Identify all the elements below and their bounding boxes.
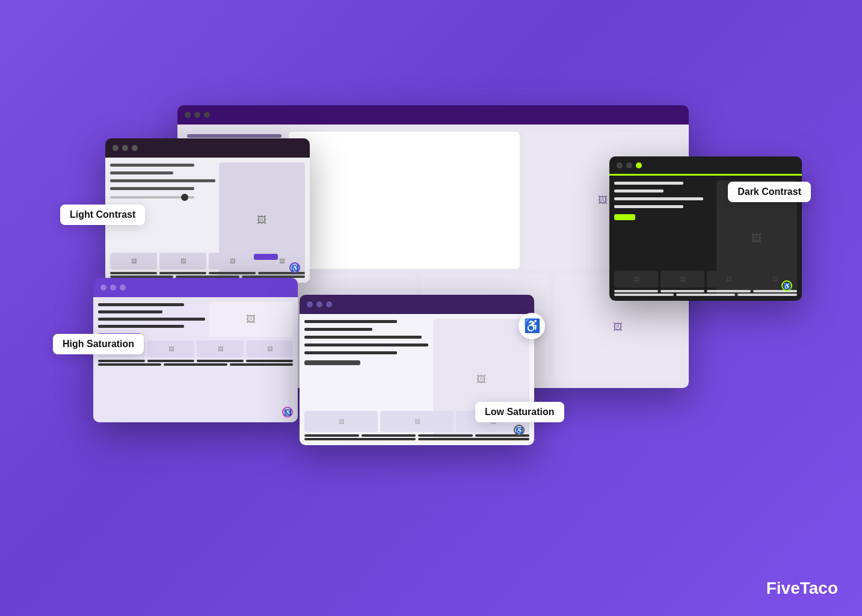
dark-progress-bar [304, 360, 360, 365]
text-line [304, 351, 397, 354]
logo-part2: Taco [800, 579, 838, 597]
low-sat-body: 🖼 🖼 🖼 🖼 [300, 314, 534, 445]
ls-text-rows [304, 434, 529, 440]
green-button[interactable] [614, 214, 635, 220]
line [209, 272, 256, 274]
text-line [110, 187, 194, 190]
line [707, 290, 751, 292]
label-text: High Saturation [63, 339, 134, 349]
text-row [110, 272, 305, 274]
label-text: Dark Contrast [737, 186, 801, 197]
hs-left-col [98, 302, 205, 337]
dark-titlebar [609, 156, 802, 176]
thumb-2: 🖼 [159, 253, 206, 270]
dot-1 [112, 145, 119, 151]
dark-thumbnails: 🖼 🖼 🖼 🖼 [614, 271, 797, 288]
text-line [110, 164, 194, 167]
floating-accessibility-icon[interactable]: ♿ [519, 313, 545, 339]
thumb-3: 🖼 [707, 271, 751, 288]
text-line [110, 171, 173, 174]
browser-low-saturation: 🖼 🖼 🖼 🖼 [300, 295, 534, 445]
line [304, 434, 359, 437]
line [98, 360, 145, 362]
text-line [110, 179, 215, 182]
thumb-2: 🖼 [660, 271, 704, 288]
dark-text-rows [614, 290, 797, 296]
light-titlebar [105, 138, 310, 158]
accessibility-icon[interactable]: ♿ [781, 280, 792, 291]
image-placeholder-icon: 🖼 [246, 314, 256, 325]
line [660, 290, 704, 292]
line [753, 290, 797, 292]
line [197, 360, 244, 362]
text-line [614, 197, 703, 200]
line [164, 363, 227, 366]
dot-1 [185, 112, 191, 118]
thumb-3: 🖼 [209, 253, 256, 270]
logo-part1: Five [766, 579, 800, 597]
text-line [614, 205, 683, 208]
line [362, 434, 416, 437]
text-row [614, 290, 797, 292]
dot-3 [120, 285, 126, 291]
grid-item-2: 🖼 [380, 411, 454, 432]
grid-item-1: 🖼 [304, 411, 378, 432]
hs-text-rows [98, 360, 293, 366]
dot-3 [132, 145, 138, 151]
accessibility-icon[interactable]: ♿ [289, 262, 300, 273]
accessibility-icon[interactable]: ♿ [282, 407, 293, 417]
dot-3 [636, 162, 642, 168]
dot-2 [316, 301, 322, 307]
dot-1 [307, 301, 313, 307]
thumb-1: 🖼 [614, 271, 658, 288]
label-text: Light Contrast [70, 209, 135, 220]
light-bottom: 🖼 🖼 🖼 🖼 [110, 253, 305, 278]
text-line [304, 343, 428, 346]
line [246, 360, 293, 362]
text-line [304, 328, 372, 331]
text-row [98, 363, 293, 366]
accessibility-icon[interactable]: ♿ [514, 425, 525, 436]
fivetaco-logo: FiveTaco [766, 579, 838, 598]
image-placeholder-icon: 🖼 [751, 232, 762, 245]
high-saturation-label: High Saturation [53, 334, 144, 354]
purple-button[interactable] [254, 254, 278, 260]
browser-dark-contrast: 🖼 🖼 🖼 🖼 🖼 [609, 156, 802, 301]
dot-1 [100, 285, 106, 291]
line [304, 438, 416, 440]
image-placeholder-icon: 🖼 [476, 374, 486, 385]
accessibility-symbol: ♿ [524, 318, 540, 334]
back-content-text [289, 132, 520, 269]
line [110, 272, 157, 274]
thumb-4: 🖼 [246, 340, 293, 357]
line [230, 363, 293, 366]
text-line [614, 182, 683, 185]
line [418, 434, 473, 437]
dot-2 [122, 145, 128, 151]
high-sat-body: 🖼 🖼 🖼 🖼 🖼 [93, 297, 298, 422]
text-line [98, 325, 184, 328]
text-line [98, 318, 205, 321]
line [98, 363, 161, 366]
line [614, 290, 658, 292]
sidebar-line [187, 134, 282, 138]
low-saturation-label: Low Saturation [475, 402, 564, 422]
dot-3 [326, 301, 332, 307]
line [159, 272, 206, 274]
dot-2 [194, 112, 200, 118]
hs-top-row: 🖼 [98, 302, 293, 337]
text-line [304, 336, 422, 339]
slider[interactable] [110, 196, 194, 199]
line [418, 438, 529, 440]
dark-bottom: 🖼 🖼 🖼 🖼 [614, 271, 797, 296]
light-text-rows [110, 272, 305, 278]
dot-1 [617, 162, 623, 168]
dark-contrast-label: Dark Contrast [728, 182, 811, 202]
low-sat-titlebar [300, 295, 534, 314]
image-icon: 🖼 [613, 322, 623, 333]
scene: 🖼 🖼 🖼 🖼 [0, 0, 862, 616]
image-icon: 🖼 [598, 195, 608, 206]
thumb-2: 🖼 [147, 340, 194, 357]
text-line [98, 310, 162, 313]
image-placeholder-icon: 🖼 [257, 215, 266, 226]
